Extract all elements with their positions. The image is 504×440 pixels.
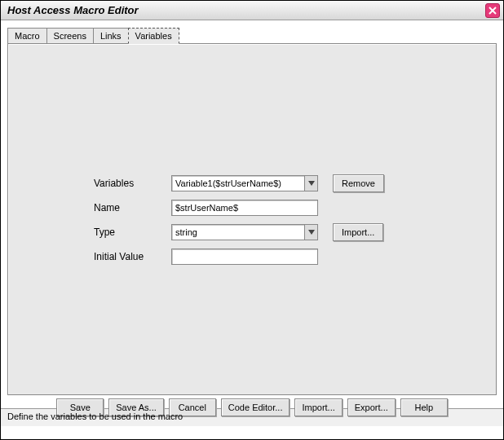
close-button[interactable]: [485, 3, 500, 18]
tab-screens[interactable]: Screens: [46, 28, 94, 43]
initial-value-label: Initial Value: [94, 251, 171, 262]
variables-dropdown-value: Variable1($strUserName$): [172, 178, 304, 188]
row-variables: Variables Variable1($strUserName$) Remov…: [94, 174, 420, 192]
type-label: Type: [94, 227, 171, 238]
tab-label: Links: [100, 31, 122, 41]
variables-form: Variables Variable1($strUserName$) Remov…: [94, 174, 420, 272]
tab-links[interactable]: Links: [93, 28, 129, 43]
variables-dropdown-button[interactable]: [304, 176, 317, 191]
tab-row: Macro Screens Links Variables: [7, 25, 497, 43]
name-label: Name: [94, 202, 171, 213]
titlebar: Host Access Macro Editor: [1, 1, 503, 20]
tab-variables[interactable]: Variables: [128, 28, 179, 44]
close-icon: [489, 7, 497, 15]
row-initial-value: Initial Value: [94, 248, 420, 266]
help-button[interactable]: Help: [400, 398, 448, 416]
tab-label: Variables: [135, 31, 172, 41]
chevron-down-icon: [308, 230, 315, 235]
import-button[interactable]: Import...: [294, 398, 342, 416]
tab-label: Macro: [15, 31, 40, 41]
initial-value-input[interactable]: [171, 249, 318, 265]
remove-button[interactable]: Remove: [333, 174, 384, 192]
variables-label: Variables: [94, 178, 171, 189]
variables-dropdown[interactable]: Variable1($strUserName$): [171, 175, 318, 191]
status-text: Define the variables to be used in the m…: [7, 411, 183, 421]
tab-macro[interactable]: Macro: [7, 28, 47, 43]
content-area: Macro Screens Links Variables Variables …: [1, 20, 503, 408]
row-type: Type string Import...: [94, 223, 420, 241]
type-dropdown[interactable]: string: [171, 224, 318, 240]
row-name: Name: [94, 199, 420, 217]
tab-label: Screens: [54, 31, 86, 41]
name-input[interactable]: [171, 200, 318, 216]
code-editor-button[interactable]: Code Editor...: [221, 398, 290, 416]
type-dropdown-button[interactable]: [304, 225, 317, 240]
tab-panel-variables: Variables Variable1($strUserName$) Remov…: [7, 43, 497, 395]
import-type-button[interactable]: Import...: [333, 223, 383, 241]
export-button[interactable]: Export...: [347, 398, 396, 416]
chevron-down-icon: [308, 181, 315, 186]
window-title: Host Access Macro Editor: [7, 4, 139, 16]
type-dropdown-value: string: [172, 227, 304, 237]
